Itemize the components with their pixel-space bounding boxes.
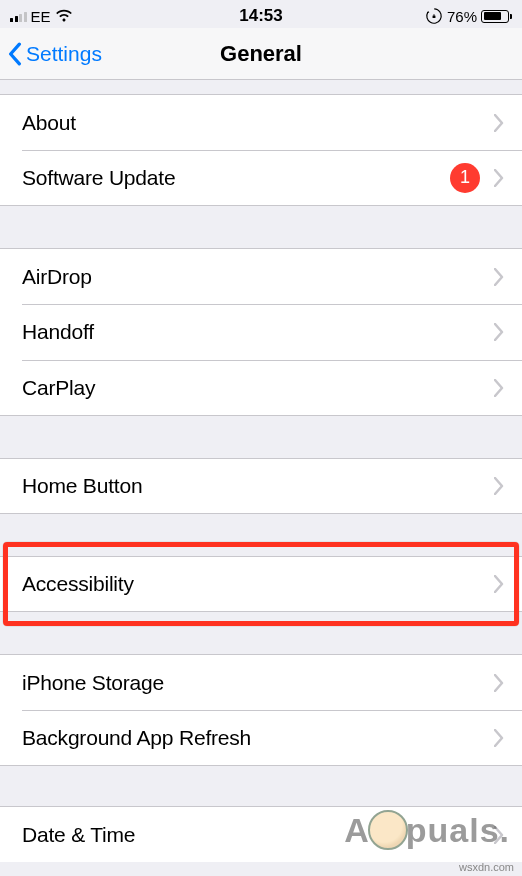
row-label: Handoff (22, 320, 494, 344)
chevron-left-icon (8, 42, 22, 66)
row-accessibility[interactable]: Accessibility (0, 556, 522, 612)
row-airdrop[interactable]: AirDrop (0, 248, 522, 304)
battery-percent: 76% (447, 8, 477, 25)
chevron-right-icon (494, 323, 504, 341)
chevron-right-icon (494, 169, 504, 187)
row-label: Software Update (22, 166, 450, 190)
chevron-right-icon (494, 379, 504, 397)
row-about[interactable]: About (0, 94, 522, 150)
watermark-face-icon (368, 810, 408, 850)
update-badge: 1 (450, 163, 480, 193)
chevron-right-icon (494, 477, 504, 495)
status-time: 14:53 (239, 6, 282, 26)
back-button[interactable]: Settings (0, 42, 102, 66)
navigation-bar: Settings General (0, 28, 522, 80)
row-software-update[interactable]: Software Update 1 (0, 150, 522, 206)
carrier-label: EE (31, 8, 51, 25)
watermark: A puals. (344, 810, 510, 850)
status-right: 76% (425, 7, 512, 25)
cellular-signal-icon (10, 10, 27, 22)
row-label: CarPlay (22, 376, 494, 400)
battery-icon (481, 10, 512, 23)
row-label: Home Button (22, 474, 494, 498)
source-label: wsxdn.com (459, 861, 514, 873)
chevron-right-icon (494, 674, 504, 692)
chevron-right-icon (494, 268, 504, 286)
page-title: General (220, 41, 302, 67)
status-left: EE (10, 8, 73, 25)
row-label: AirDrop (22, 265, 494, 289)
orientation-lock-icon (425, 7, 443, 25)
row-handoff[interactable]: Handoff (0, 304, 522, 360)
watermark-text-pre: A (344, 811, 370, 850)
row-iphone-storage[interactable]: iPhone Storage (0, 654, 522, 710)
row-home-button[interactable]: Home Button (0, 458, 522, 514)
back-label: Settings (26, 42, 102, 66)
watermark-text-post: puals. (406, 811, 510, 850)
row-carplay[interactable]: CarPlay (0, 360, 522, 416)
row-label: Accessibility (22, 572, 494, 596)
wifi-icon (55, 9, 73, 23)
row-label: Background App Refresh (22, 726, 494, 750)
status-bar: EE 14:53 76% (0, 0, 522, 28)
row-label: About (22, 111, 494, 135)
chevron-right-icon (494, 114, 504, 132)
chevron-right-icon (494, 575, 504, 593)
row-label: iPhone Storage (22, 671, 494, 695)
chevron-right-icon (494, 729, 504, 747)
row-background-app-refresh[interactable]: Background App Refresh (0, 710, 522, 766)
